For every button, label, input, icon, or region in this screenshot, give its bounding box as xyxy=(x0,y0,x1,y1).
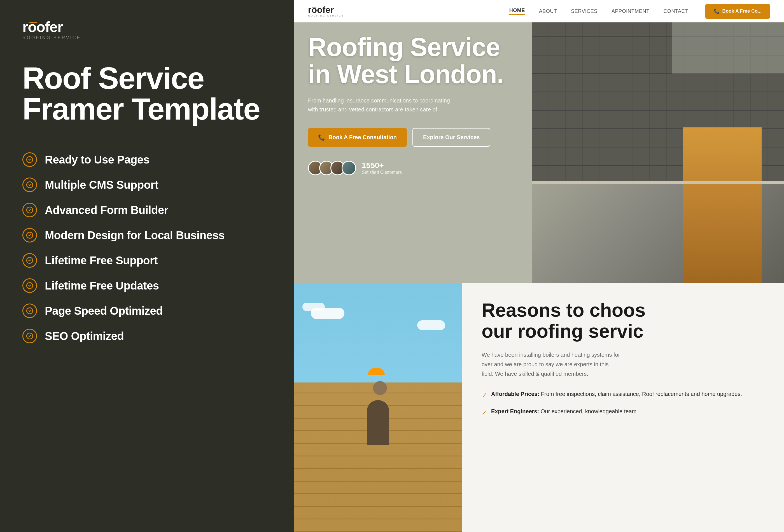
phone-icon: 📞 xyxy=(714,8,720,14)
website-hero-section: roofer ROOFING SERVICE HOME ABOUT SERVIC… xyxy=(294,0,784,283)
phone-icon-hero: 📞 xyxy=(318,134,325,141)
nav-link-appointment[interactable]: APPOINTMENT xyxy=(612,8,650,14)
nav-cta-button[interactable]: 📞 Book A Free Co... xyxy=(705,4,770,19)
feature-item-seo: SEO Optimized xyxy=(22,329,272,343)
right-panel: roofer ROOFING SERVICE HOME ABOUT SERVIC… xyxy=(294,0,784,532)
stats-number: 1550+ xyxy=(362,161,402,170)
hero-cta-primary-label: Book A Free Consultation xyxy=(329,134,397,141)
reasons-title-line2: our roofing servic xyxy=(482,320,643,342)
reasons-title-line1: Reasons to choos xyxy=(482,299,646,320)
reasons-features: ✓ Affordable Prices: From free inspectio… xyxy=(482,390,764,418)
website-bottom-section: Reasons to choos our roofing servic We h… xyxy=(294,283,784,532)
feature-item-updates: Lifetime Free Updates xyxy=(22,278,272,293)
features-list: Ready to Use Pages Multiple CMS Support … xyxy=(22,152,272,343)
nav-link-services[interactable]: SERVICES xyxy=(571,8,597,14)
hero-cta-secondary-label: Explore Our Services xyxy=(423,134,480,140)
feature-text-speed: Page Speed Optimized xyxy=(45,305,163,317)
nav-link-home[interactable]: HOME xyxy=(509,7,525,15)
reason-check-engineers: ✓ xyxy=(482,408,487,418)
avatar-4 xyxy=(342,161,356,175)
hero-subtitle: From handling insurance communications t… xyxy=(308,96,454,114)
check-icon-speed xyxy=(22,304,37,318)
feature-item-cms: Multiple CMS Support xyxy=(22,177,272,192)
reason-check-affordable: ✓ xyxy=(482,390,487,400)
main-title: Roof Service Framer Template xyxy=(22,63,272,124)
left-panel: roofer ROOFING SERVICE Roof Service Fram… xyxy=(0,0,294,532)
hero-cta-secondary[interactable]: Explore Our Services xyxy=(413,128,490,147)
left-logo-text: roofer xyxy=(22,20,272,34)
check-icon-support xyxy=(22,253,37,268)
reasons-title: Reasons to choos our roofing servic xyxy=(482,300,764,342)
hero-title: Roofing Service in West London. xyxy=(308,34,504,88)
nav-link-about[interactable]: ABOUT xyxy=(539,8,557,14)
left-logo-area: roofer ROOFING SERVICE xyxy=(22,20,272,40)
title-line2: Framer Template xyxy=(22,91,260,126)
hero-buttons: 📞 Book A Free Consultation Explore Our S… xyxy=(308,128,504,147)
worker-image xyxy=(294,283,462,532)
feature-item-speed: Page Speed Optimized xyxy=(22,304,272,318)
hero-cta-primary[interactable]: 📞 Book A Free Consultation xyxy=(308,128,407,147)
nav-bar: roofer ROOFING SERVICE HOME ABOUT SERVIC… xyxy=(294,0,784,22)
check-icon-ready-pages xyxy=(22,152,37,167)
hero-stats: 1550+ Satisfied Customers xyxy=(308,161,504,175)
nav-logo-text: roofer xyxy=(308,5,344,14)
check-icon-form xyxy=(22,203,37,217)
feature-text-updates: Lifetime Free Updates xyxy=(45,279,159,292)
customer-avatars xyxy=(308,161,356,175)
feature-item-form: Advanced Form Builder xyxy=(22,203,272,217)
reason-text-affordable: Affordable Prices: From free inspections… xyxy=(491,390,742,398)
check-icon-modern xyxy=(22,228,37,243)
check-icon-cms xyxy=(22,177,37,192)
feature-item-support: Lifetime Free Support xyxy=(22,253,272,268)
nav-links: HOME ABOUT SERVICES APPOINTMENT CONTACT xyxy=(509,7,689,15)
reason-text-engineers: Expert Engineers: Our experienced, knowl… xyxy=(491,407,637,416)
feature-text-support: Lifetime Free Support xyxy=(45,254,158,267)
reason-item-affordable: ✓ Affordable Prices: From free inspectio… xyxy=(482,390,764,400)
left-logo-subtitle: ROOFING SERVICE xyxy=(22,35,272,40)
nav-link-contact[interactable]: CONTACT xyxy=(663,8,688,14)
roof-image xyxy=(532,0,784,283)
stats-label: Satisfied Customers xyxy=(362,170,402,175)
hero-title-line2: in West London. xyxy=(308,60,504,88)
reasons-section: Reasons to choos our roofing servic We h… xyxy=(462,283,784,532)
title-line1: Roof Service xyxy=(22,61,204,95)
check-icon-updates xyxy=(22,278,37,293)
feature-item-modern: Modern Design for Local Business xyxy=(22,228,272,243)
reason-item-engineers: ✓ Expert Engineers: Our experienced, kno… xyxy=(482,407,764,418)
feature-item-ready-pages: Ready to Use Pages xyxy=(22,152,272,167)
nav-cta-label: Book A Free Co... xyxy=(722,8,762,14)
worker-image-section xyxy=(294,283,462,532)
stats-text: 1550+ Satisfied Customers xyxy=(362,161,402,175)
hero-content: Roofing Service in West London. From han… xyxy=(308,34,504,175)
feature-text-modern: Modern Design for Local Business xyxy=(45,229,225,242)
nav-logo: roofer ROOFING SERVICE xyxy=(308,5,344,17)
feature-text-form: Advanced Form Builder xyxy=(45,204,168,217)
feature-text-seo: SEO Optimized xyxy=(45,330,124,342)
feature-text-ready-pages: Ready to Use Pages xyxy=(45,153,149,166)
feature-text-cms: Multiple CMS Support xyxy=(45,179,159,191)
check-icon-seo xyxy=(22,329,37,343)
roof-visual xyxy=(532,0,784,283)
reasons-subtitle: We have been installing boilers and heat… xyxy=(482,350,622,379)
hero-title-line1: Roofing Service xyxy=(308,33,500,61)
